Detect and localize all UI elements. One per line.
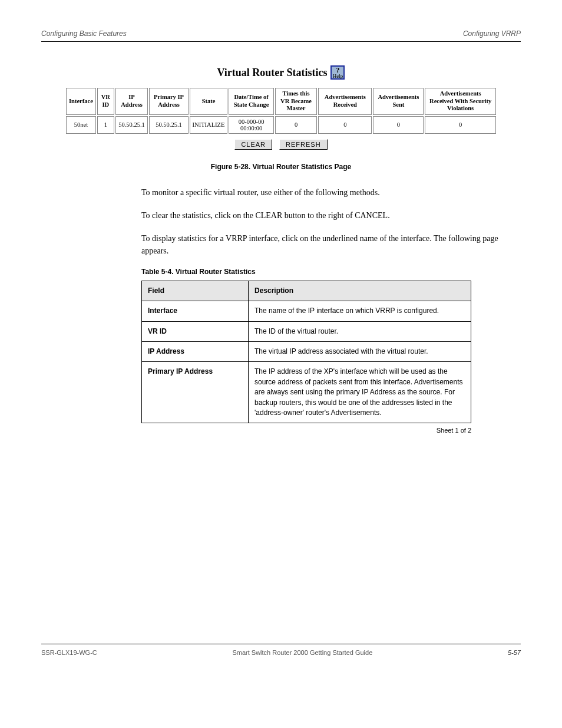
col-vrid: VR ID: [97, 88, 114, 115]
cell-master: 0: [275, 116, 317, 134]
footer-page: 5-57: [508, 649, 521, 656]
stats-data-row: 50net 1 50.50.25.1 50.50.25.1 INITIALIZE…: [66, 116, 496, 134]
desc-field: IP Address: [142, 341, 249, 361]
desc-value: The IP address of the XP's interface whi…: [249, 362, 471, 423]
figure-block: Virtual Router Statistics ? Help Interfa…: [65, 65, 497, 150]
cell-state: INITIALIZE: [190, 116, 228, 134]
desc-header-field: Field: [142, 281, 249, 301]
desc-field: Primary IP Address: [142, 362, 249, 423]
sheet-indicator: Sheet 1 of 2: [141, 427, 471, 434]
paragraph-1: To monitor a specific virtual router, us…: [141, 186, 521, 199]
col-state: State: [190, 88, 228, 115]
page-footer: SSR-GLX19-WG-C Smart Switch Router 2000 …: [41, 644, 521, 656]
col-adv-sent: Advertisements Sent: [373, 88, 424, 115]
help-icon[interactable]: ? Help: [330, 65, 345, 80]
desc-row-primary-ip: Primary IP Address The IP address of the…: [142, 362, 471, 423]
col-adv-recv: Advertisements Received: [318, 88, 372, 115]
col-primary-ip: Primary IP Address: [149, 88, 188, 115]
footer-center: Smart Switch Router 2000 Getting Started…: [232, 649, 372, 656]
desc-field: VR ID: [142, 321, 249, 341]
desc-value: The ID of the virtual router.: [249, 321, 471, 341]
cell-ip: 50.50.25.1: [115, 116, 148, 134]
description-table: Field Description Interface The name of …: [141, 281, 471, 424]
stats-table: Interface VR ID IP Address Primary IP Ad…: [65, 87, 497, 135]
running-header: Configuring Basic Features Configuring V…: [41, 29, 521, 42]
paragraph-2: To clear the statistics, click on the CL…: [141, 209, 521, 222]
header-right: Configuring VRRP: [463, 29, 521, 38]
header-left: Configuring Basic Features: [41, 29, 127, 38]
stats-header-row: Interface VR ID IP Address Primary IP Ad…: [66, 88, 496, 115]
figure-caption: Figure 5-28. Virtual Router Statistics P…: [41, 163, 521, 171]
desc-header-desc: Description: [249, 281, 471, 301]
paragraph-3: To display statistics for a VRRP interfa…: [141, 232, 521, 257]
cell-vrid: 1: [97, 116, 114, 134]
desc-value: The name of the IP interface on which VR…: [249, 301, 471, 321]
col-adv-sec: Advertisements Received With Security Vi…: [425, 88, 496, 115]
desc-field: Interface: [142, 301, 249, 321]
col-interface: Interface: [66, 88, 96, 115]
desc-header-row: Field Description: [142, 281, 471, 301]
desc-row-ip: IP Address The virtual IP address associ…: [142, 341, 471, 361]
figure-title: Virtual Router Statistics: [217, 67, 328, 79]
cell-adv-sent: 0: [373, 116, 424, 134]
clear-button[interactable]: CLEAR: [234, 139, 272, 150]
table-caption: Table 5-4. Virtual Router Statistics: [141, 268, 521, 276]
cell-time: 00-000-00 00:00:00: [229, 116, 273, 134]
col-ip-address: IP Address: [115, 88, 148, 115]
footer-left: SSR-GLX19-WG-C: [41, 649, 97, 656]
col-state-change: Date/Time of State Change: [229, 88, 273, 115]
cell-adv-sec: 0: [425, 116, 496, 134]
desc-value: The virtual IP address associated with t…: [249, 341, 471, 361]
desc-row-interface: Interface The name of the IP interface o…: [142, 301, 471, 321]
cell-primary-ip: 50.50.25.1: [149, 116, 188, 134]
desc-row-vrid: VR ID The ID of the virtual router.: [142, 321, 471, 341]
refresh-button[interactable]: REFRESH: [279, 139, 328, 150]
col-times-master: Times this VR Became Master: [275, 88, 317, 115]
cell-adv-recv: 0: [318, 116, 372, 134]
cell-interface[interactable]: 50net: [66, 116, 96, 134]
